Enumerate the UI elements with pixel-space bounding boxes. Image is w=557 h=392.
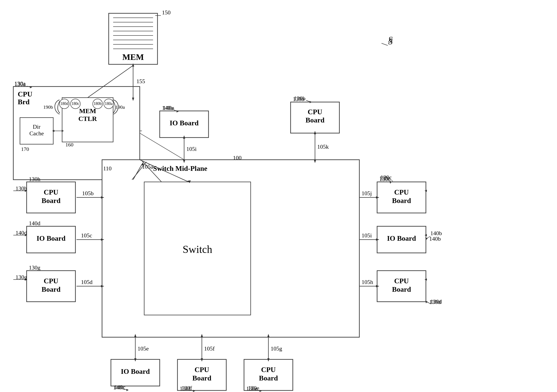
svg-text:130h: 130h: [16, 185, 27, 192]
svg-text:140a: 140a: [163, 105, 174, 111]
svg-text:IO Board: IO Board: [387, 234, 416, 242]
svg-text:Board: Board: [259, 374, 278, 382]
svg-text:105f: 105f: [204, 345, 215, 352]
svg-text:Switch: Switch: [183, 243, 212, 255]
label-s: S: [388, 34, 393, 45]
svg-text:110: 110: [103, 165, 112, 172]
svg-text:Board: Board: [192, 374, 211, 382]
svg-text:Board: Board: [392, 196, 411, 204]
svg-text:CPU: CPU: [195, 366, 209, 374]
svg-text:Board: Board: [41, 196, 61, 204]
svg-text:130c: 130c: [380, 174, 392, 180]
svg-text:140b: 140b: [430, 230, 442, 237]
svg-text:130d: 130d: [430, 298, 442, 305]
svg-text:105c: 105c: [81, 232, 92, 239]
svg-text:IO Board: IO Board: [121, 367, 150, 375]
svg-text:140c: 140c: [114, 384, 126, 391]
svg-text:MEM: MEM: [122, 52, 144, 62]
svg-text:150: 150: [162, 9, 171, 16]
svg-text:CPU: CPU: [261, 366, 276, 374]
svg-text:190b: 190b: [43, 104, 53, 110]
svg-text:170: 170: [21, 146, 29, 152]
svg-text:Dir: Dir: [33, 123, 41, 130]
diagram-svg: MEM 150 CPU Brd 130a MEM CTLR 160 Dir Ca…: [0, 0, 557, 392]
svg-text:CTLR: CTLR: [78, 115, 97, 122]
svg-text:130a: 130a: [14, 81, 26, 87]
svg-text:180b: 180b: [94, 101, 102, 106]
svg-text:Board: Board: [392, 285, 411, 293]
svg-text:130g: 130g: [29, 264, 40, 271]
svg-line-130: [382, 43, 388, 45]
svg-text:CPU: CPU: [394, 277, 409, 285]
svg-text:MEM: MEM: [79, 107, 96, 114]
svg-text:CPU: CPU: [44, 277, 58, 285]
svg-text:CPU: CPU: [394, 188, 409, 196]
svg-text:140d: 140d: [16, 230, 27, 236]
svg-text:Switch Mid-Plane: Switch Mid-Plane: [153, 164, 207, 172]
svg-text:105h: 105h: [361, 279, 373, 285]
svg-text:180d: 180d: [60, 101, 68, 106]
svg-text:Brd: Brd: [18, 98, 30, 106]
svg-text:155: 155: [136, 78, 145, 84]
svg-marker-165: [126, 389, 129, 391]
svg-text:105e: 105e: [138, 345, 149, 352]
svg-text:Cache: Cache: [30, 130, 44, 137]
svg-text:IO Board: IO Board: [37, 234, 66, 242]
svg-text:Board: Board: [305, 116, 325, 124]
svg-text:100: 100: [233, 155, 242, 161]
diagram-container: MEM 150 CPU Brd 130a MEM CTLR 160 Dir Ca…: [0, 0, 557, 392]
svg-text:105g: 105g: [271, 345, 282, 352]
svg-text:CPU: CPU: [44, 188, 58, 196]
svg-marker-156: [426, 301, 428, 303]
svg-text:130b: 130b: [294, 95, 305, 102]
svg-text:CPU: CPU: [18, 90, 32, 98]
svg-text:105d: 105d: [81, 279, 92, 285]
svg-text:105j: 105j: [361, 190, 372, 196]
svg-text:130h: 130h: [29, 176, 40, 182]
svg-text:CPU: CPU: [308, 108, 322, 116]
svg-text:160: 160: [66, 142, 74, 147]
svg-text:190a: 190a: [115, 104, 125, 110]
svg-text:180a: 180a: [105, 101, 113, 106]
svg-text:105k: 105k: [317, 144, 329, 150]
svg-text:Board: Board: [41, 285, 61, 293]
svg-text:180c: 180c: [72, 101, 79, 106]
svg-text:140b: 140b: [429, 236, 441, 242]
svg-text:130g: 130g: [16, 274, 27, 280]
svg-text:140d: 140d: [29, 220, 40, 227]
svg-text:105b: 105b: [82, 190, 94, 196]
svg-text:105i: 105i: [361, 232, 372, 239]
svg-text:105i: 105i: [186, 146, 197, 152]
svg-text:IO Board: IO Board: [170, 119, 199, 127]
